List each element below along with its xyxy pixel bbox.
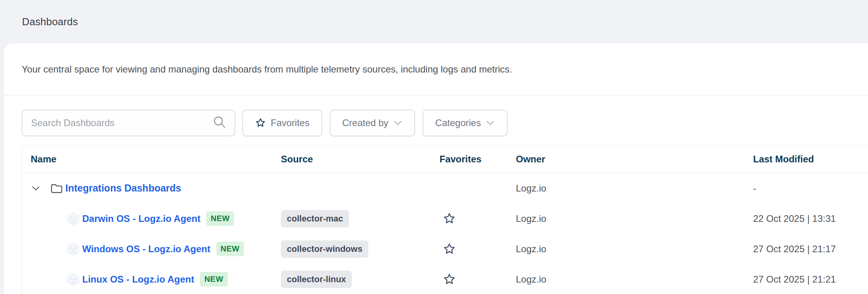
expander-chevron-icon[interactable] <box>31 184 40 193</box>
owner-cell: Logz.io <box>516 203 546 234</box>
dashboard-name-cell: Windows OS - Logz.io Agent NEW <box>22 234 452 264</box>
description-section: Your central space for viewing and manag… <box>4 43 868 96</box>
created-by-filter-button[interactable]: Created by <box>330 110 415 136</box>
filter-toolbar: Favorites Created by Categories <box>22 110 852 136</box>
favorites-cell <box>443 203 456 234</box>
owner-cell: Logz.io <box>516 264 546 294</box>
table-row-integrations-folder: Integrations Dashboards Logz.io - <box>22 173 868 203</box>
new-badge: NEW <box>206 211 234 226</box>
folder-icon <box>50 183 63 194</box>
top-bar: Dashboards <box>0 0 868 43</box>
table-row-darwin: Darwin OS - Logz.io Agent NEW collector-… <box>22 203 868 234</box>
table-row-windows: Windows OS - Logz.io Agent NEW collector… <box>22 234 868 264</box>
last-modified-cell: 22 Oct 2025 | 13:31 <box>753 203 836 234</box>
dashboards-table: Name Source Favorites Owner Last Modifie… <box>22 145 868 294</box>
table-header-row: Name Source Favorites Owner Last Modifie… <box>22 145 868 173</box>
dashboard-name-cell: Darwin OS - Logz.io Agent NEW <box>22 203 452 234</box>
dashboard-cube-icon <box>67 212 79 225</box>
column-header-owner: Owner <box>516 145 545 173</box>
source-chip: collector-linux <box>281 271 352 288</box>
page-description: Your central space for viewing and manag… <box>22 64 512 75</box>
new-badge: NEW <box>200 272 227 287</box>
page-title: Dashboards <box>22 16 78 28</box>
search-box <box>22 110 235 136</box>
last-modified-cell: 27 Oct 2025 | 21:21 <box>753 264 836 294</box>
column-header-last-modified: Last Modified <box>753 145 814 173</box>
categories-filter-button[interactable]: Categories <box>423 110 508 136</box>
favorite-star-icon[interactable] <box>443 273 456 286</box>
column-header-name: Name <box>31 145 56 173</box>
last-modified-cell: - <box>753 173 756 203</box>
source-cell: collector-mac <box>281 203 349 234</box>
column-header-source: Source <box>281 145 313 173</box>
dashboard-name-link[interactable]: Windows OS - Logz.io Agent <box>82 244 211 255</box>
search-input[interactable] <box>31 117 212 128</box>
new-badge: NEW <box>216 242 244 256</box>
dashboards-page: Dashboards Your central space for viewin… <box>0 0 868 294</box>
chevron-down-icon <box>393 120 403 126</box>
source-cell: collector-windows <box>281 234 368 264</box>
source-chip: collector-windows <box>281 240 368 258</box>
source-chip: collector-mac <box>281 210 349 227</box>
dashboard-cube-icon <box>67 243 79 255</box>
owner-cell: Logz.io <box>516 234 546 264</box>
search-icon <box>212 115 227 131</box>
source-cell: collector-linux <box>281 264 352 294</box>
favorites-filter-label: Favorites <box>271 117 310 128</box>
folder-name-cell: Integrations Dashboards <box>22 173 452 203</box>
dashboard-name-cell: Linux OS - Logz.io Agent NEW <box>22 264 452 294</box>
dashboard-cube-icon <box>67 273 79 286</box>
main-card: Your central space for viewing and manag… <box>4 43 868 294</box>
column-header-favorites: Favorites <box>440 145 482 173</box>
folder-name-link[interactable]: Integrations Dashboards <box>65 182 181 194</box>
favorites-filter-button[interactable]: Favorites <box>242 110 322 136</box>
categories-filter-label: Categories <box>435 117 481 128</box>
created-by-filter-label: Created by <box>342 117 388 128</box>
dashboard-name-link[interactable]: Linux OS - Logz.io Agent <box>82 274 194 285</box>
dashboard-name-link[interactable]: Darwin OS - Logz.io Agent <box>82 213 200 224</box>
table-row-linux: Linux OS - Logz.io Agent NEW collector-l… <box>22 264 868 294</box>
favorite-star-icon[interactable] <box>443 212 456 225</box>
favorite-star-icon[interactable] <box>443 242 456 256</box>
chevron-down-icon <box>486 120 495 126</box>
owner-cell: Logz.io <box>516 173 546 203</box>
favorites-cell <box>443 264 456 294</box>
last-modified-cell: 27 Oct 2025 | 21:17 <box>753 234 836 264</box>
star-icon <box>255 117 266 128</box>
favorites-cell <box>443 234 456 264</box>
